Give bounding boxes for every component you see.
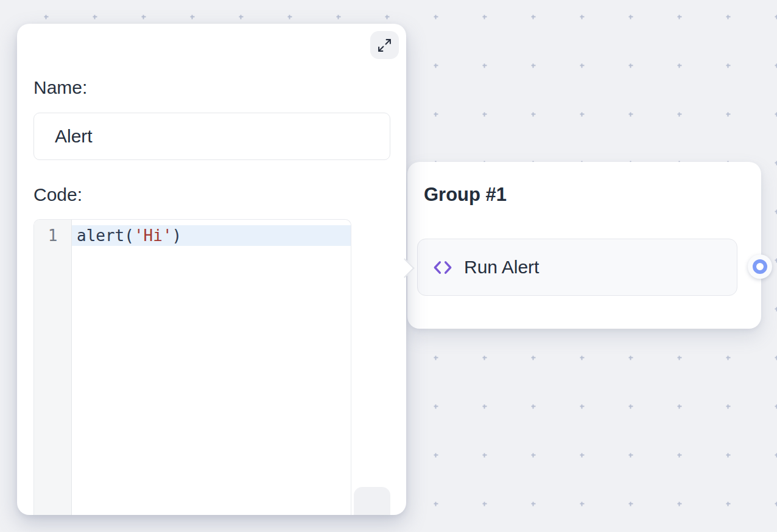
- line-number: 1: [34, 225, 71, 246]
- grid-dot: [580, 64, 585, 68]
- grid-dot: [775, 356, 777, 360]
- node-label: Run Alert: [464, 257, 539, 278]
- grid-dot: [532, 15, 536, 19]
- grid-dot: [580, 502, 585, 506]
- grid-dot: [580, 113, 585, 117]
- grid-dot: [44, 15, 49, 19]
- grid-dot: [434, 64, 438, 68]
- grid-dot: [483, 113, 487, 117]
- grid-dot: [434, 453, 438, 458]
- grid-dot: [532, 113, 536, 117]
- grid-dot: [580, 405, 585, 409]
- grid-dot: [483, 405, 487, 409]
- grid-dot: [629, 356, 633, 360]
- grid-dot: [580, 356, 585, 360]
- grid-dot: [726, 405, 731, 409]
- grid-dot: [93, 15, 97, 19]
- maximize-icon: [377, 38, 392, 53]
- grid-dot: [775, 161, 777, 166]
- grid-dot: [775, 64, 777, 68]
- grid-dot: [629, 453, 633, 458]
- grid-dot: [775, 453, 777, 458]
- grid-dot: [532, 502, 536, 506]
- grid-dot: [775, 15, 777, 19]
- grid-dot: [775, 113, 777, 117]
- grid-dot: [239, 15, 244, 19]
- grid-dot: [678, 15, 682, 19]
- grid-dot: [775, 210, 777, 214]
- grid-dot: [580, 15, 585, 19]
- grid-dot: [337, 15, 341, 19]
- grid-dot: [678, 113, 682, 117]
- group-title: Group #1: [424, 184, 507, 206]
- name-input[interactable]: [33, 113, 390, 160]
- grid-dot: [142, 15, 146, 19]
- grid-dot: [483, 64, 487, 68]
- grid-dot: [191, 15, 195, 19]
- code-editor[interactable]: 1 alert('Hi'): [33, 219, 351, 515]
- grid-dot: [434, 502, 438, 506]
- grid-dot: [726, 502, 731, 506]
- grid-dot: [726, 64, 731, 68]
- grid-dot: [532, 356, 536, 360]
- code-token: 'Hi': [134, 226, 172, 245]
- grid-dot: [434, 405, 438, 409]
- grid-dot: [678, 453, 682, 458]
- grid-dot: [532, 453, 536, 458]
- grid-dot: [726, 356, 731, 360]
- grid-dot: [629, 64, 633, 68]
- grid-dot: [629, 15, 633, 19]
- grid-dot: [434, 15, 438, 19]
- grid-dot: [775, 259, 777, 263]
- grid-dot: [483, 453, 487, 458]
- group-node-card[interactable]: Group #1 Run Alert: [407, 162, 761, 329]
- code-area[interactable]: alert('Hi'): [72, 220, 351, 515]
- expand-button[interactable]: [370, 31, 399, 59]
- connection-handle-halo: [748, 254, 772, 279]
- grid-dot: [775, 405, 777, 409]
- name-label: Name:: [33, 77, 87, 98]
- grid-dot: [726, 453, 731, 458]
- user-button[interactable]: [354, 487, 390, 515]
- line-number-gutter: 1: [34, 220, 72, 515]
- grid-dot: [775, 502, 777, 506]
- code-line: alert('Hi'): [72, 225, 351, 246]
- grid-dot: [483, 15, 487, 19]
- node-editor-panel: Name: Code: 1 alert('Hi'): [17, 24, 406, 515]
- grid-dot: [629, 113, 633, 117]
- grid-dot: [532, 405, 536, 409]
- grid-dot: [532, 64, 536, 68]
- run-alert-node[interactable]: Run Alert: [417, 239, 737, 296]
- grid-dot: [434, 113, 438, 117]
- grid-dot: [678, 356, 682, 360]
- grid-dot: [483, 356, 487, 360]
- grid-dot: [385, 15, 390, 19]
- code-token: alert(: [77, 226, 134, 245]
- grid-dot: [775, 307, 777, 312]
- code-icon: [433, 259, 452, 276]
- grid-dot: [483, 502, 487, 506]
- grid-dot: [726, 15, 731, 19]
- grid-dot: [288, 15, 292, 19]
- grid-dot: [434, 356, 438, 360]
- grid-dot: [580, 453, 585, 458]
- grid-dot: [678, 405, 682, 409]
- grid-dot: [678, 64, 682, 68]
- grid-dot: [629, 405, 633, 409]
- code-token: ): [172, 226, 182, 245]
- grid-dot: [629, 502, 633, 506]
- grid-dot: [678, 502, 682, 506]
- connection-handle[interactable]: [753, 259, 767, 274]
- grid-dot: [726, 113, 731, 117]
- code-label: Code:: [33, 184, 82, 205]
